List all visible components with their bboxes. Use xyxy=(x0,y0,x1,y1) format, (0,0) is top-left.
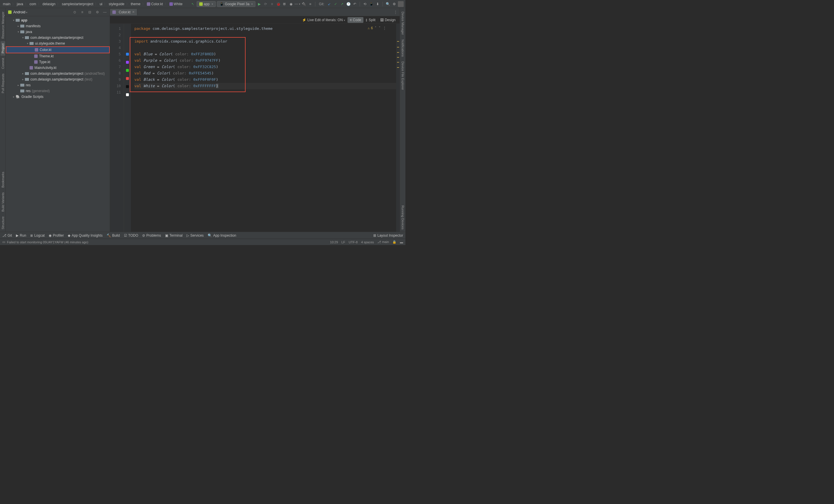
editor-tabs-menu-icon[interactable]: ⋮ xyxy=(392,10,400,14)
tree-pkg-theme[interactable]: ▾ui.styleguide.theme xyxy=(6,41,110,46)
tree-pkg-main[interactable]: ▾com.delasign.samplestarterproject xyxy=(6,35,110,41)
git-commit-icon[interactable]: ✓ xyxy=(333,1,338,7)
color-swatch[interactable] xyxy=(126,69,129,72)
tab-bookmarks[interactable]: Bookmarks xyxy=(1,170,5,190)
color-swatch[interactable] xyxy=(126,93,129,96)
file-encoding[interactable]: UTF-8 xyxy=(349,240,358,244)
collapse-all-icon[interactable]: ⊟ xyxy=(87,9,92,15)
device-dropdown[interactable]: 📱 Google Pixel 3a xyxy=(217,1,256,7)
tree-file-color[interactable]: Color.kt xyxy=(6,46,110,53)
bt-problems[interactable]: ⊘Problems xyxy=(142,234,161,238)
code-line[interactable]: package com.delasign.samplestarterprojec… xyxy=(134,25,396,32)
editor-tab-color[interactable]: Color.kt ✕ xyxy=(110,9,137,15)
attach-debugger-icon[interactable]: 🔌 xyxy=(301,1,306,7)
code-line[interactable] xyxy=(134,45,396,51)
bt-run[interactable]: ▶Run xyxy=(16,234,26,238)
cursor-position[interactable]: 10:29 xyxy=(330,240,338,244)
code-line[interactable]: val Green = Color( color: 0xFF32C825) xyxy=(134,64,396,70)
project-tree[interactable]: ▾app ▸manifests ▾java ▾com.delasign.samp… xyxy=(6,16,110,232)
bt-git[interactable]: ⎇Git xyxy=(2,234,12,238)
bt-quality[interactable]: ◆App Quality Insights xyxy=(68,234,103,238)
tab-build-variants[interactable]: Build Variants xyxy=(1,190,5,214)
bc-file[interactable]: Color.kt xyxy=(146,2,164,6)
tab-resource-manager[interactable]: Resource Manager xyxy=(1,9,5,41)
view-design-button[interactable]: 🖼 Design xyxy=(378,17,398,23)
bc-symbol[interactable]: White xyxy=(168,2,184,6)
bt-build[interactable]: 🔨Build xyxy=(107,234,120,238)
stop-button[interactable]: ■ xyxy=(308,1,313,7)
tab-running-devices[interactable]: Running Devices xyxy=(400,203,405,232)
error-stripe[interactable] xyxy=(396,24,400,232)
bc-java[interactable]: java xyxy=(16,2,24,6)
sync-icon[interactable]: ⟲ xyxy=(362,1,368,7)
inspection-menu-icon[interactable]: ⋮ xyxy=(382,25,387,31)
bt-layout-inspector[interactable]: ⊞Layout Inspector xyxy=(373,234,403,238)
select-opened-icon[interactable]: ⊙ xyxy=(72,9,77,15)
code-line[interactable]: val Purple = Color( color: 0xFF9747FF) xyxy=(134,57,396,64)
bc-main[interactable]: main xyxy=(2,2,12,6)
apply-changes-icon[interactable]: ⟳ xyxy=(263,1,268,7)
apply-code-icon[interactable]: ≡ xyxy=(269,1,275,7)
status-icon[interactable]: ▭ xyxy=(2,240,5,244)
tab-notifications[interactable]: Notifications xyxy=(400,37,405,59)
lock-icon[interactable]: 🔒 xyxy=(392,240,396,244)
tab-structure[interactable]: Structure xyxy=(1,214,5,232)
tree-file-mainactivity[interactable]: MainActivity.kt xyxy=(6,65,110,71)
expand-all-icon[interactable]: ≡ xyxy=(80,9,85,15)
tree-pkg-test[interactable]: ▸com.delasign.samplestarterproject(test) xyxy=(6,76,110,82)
git-branch[interactable]: ⎇ main xyxy=(377,240,389,244)
bt-services[interactable]: ▷Services xyxy=(186,234,203,238)
git-pull-icon[interactable]: ↙ xyxy=(327,1,332,7)
git-rollback-icon[interactable]: ↶ xyxy=(352,1,357,7)
code-line[interactable]: import androidx.compose.ui.graphics.Colo… xyxy=(134,38,396,45)
color-swatch[interactable] xyxy=(126,53,129,56)
memory-icon[interactable]: ▬ xyxy=(400,240,403,244)
tab-commit[interactable]: Commit xyxy=(1,56,5,71)
gutter-swatches[interactable] xyxy=(124,24,131,232)
code-line[interactable] xyxy=(134,32,396,38)
tab-device-manager[interactable]: Device Manager xyxy=(400,9,405,37)
line-separator[interactable]: LF xyxy=(342,240,345,244)
tree-java[interactable]: ▾java xyxy=(6,29,110,35)
line-gutter[interactable]: 1234567891011 xyxy=(110,24,124,232)
bc-com[interactable]: com xyxy=(28,2,37,6)
git-history-icon[interactable]: 🕐 xyxy=(346,1,351,7)
bc-delasign[interactable]: delasign xyxy=(41,2,57,6)
coverage-icon[interactable]: ⛨ xyxy=(282,1,287,7)
status-message[interactable]: Failed to start monitoring 05UAY1YAFW (4… xyxy=(7,240,88,244)
bc-theme[interactable]: theme xyxy=(130,2,141,6)
bc-styleguide[interactable]: styleguide xyxy=(107,2,125,6)
close-tab-icon[interactable]: ✕ xyxy=(132,10,135,14)
debug-button[interactable]: 🐞 xyxy=(276,1,281,7)
run-config-dropdown[interactable]: app xyxy=(197,1,216,7)
user-avatar[interactable] xyxy=(398,1,404,7)
panel-settings-icon[interactable]: ⚙ xyxy=(95,9,100,15)
editor-body[interactable]: 1234567891011 ⚠ 6 ˄ ˅ ⋮ package com.dela… xyxy=(110,24,400,232)
code-line[interactable] xyxy=(134,89,396,95)
bt-terminal[interactable]: ▣Terminal xyxy=(165,234,182,238)
tab-pull-requests[interactable]: Pull Requests xyxy=(1,71,5,95)
tree-manifests[interactable]: ▸manifests xyxy=(6,23,110,29)
indent-setting[interactable]: 4 spaces xyxy=(361,240,374,244)
bc-project[interactable]: samplestarterproject xyxy=(61,2,94,6)
next-highlight-icon[interactable]: ˅ xyxy=(378,25,381,31)
tree-app[interactable]: ▾app xyxy=(6,17,110,23)
bt-profiler[interactable]: ◉Profiler xyxy=(49,234,64,238)
view-code-button[interactable]: ≡ Code xyxy=(348,17,364,23)
code-area[interactable]: ⚠ 6 ˄ ˅ ⋮ package com.delasign.samplesta… xyxy=(131,24,396,232)
tab-device-file-explorer[interactable]: Device File Explorer xyxy=(400,59,405,92)
tree-file-type[interactable]: Type.kt xyxy=(6,59,110,65)
settings-icon[interactable]: ⚙ xyxy=(392,1,397,7)
search-icon[interactable]: 🔍 xyxy=(385,1,390,7)
bt-todo[interactable]: ☑TODO xyxy=(124,234,138,238)
more-run-icon[interactable]: ⋯ xyxy=(295,1,300,7)
code-line[interactable]: val White = Color( color: 0xFFFFFFFF) xyxy=(134,83,396,89)
color-swatch[interactable] xyxy=(126,77,129,80)
code-line[interactable]: val Blue = Color( color: 0xFF2F80ED) xyxy=(134,51,396,57)
color-swatch[interactable] xyxy=(126,85,129,88)
code-line[interactable]: val Black = Color( color: 0xFF0F0F0F) xyxy=(134,76,396,83)
tree-pkg-androidtest[interactable]: ▸com.delasign.samplestarterproject(andro… xyxy=(6,71,110,76)
tree-gradle[interactable]: ▸🐘Gradle Scripts xyxy=(6,94,110,100)
live-edit-toggle[interactable]: ⚡ Live Edit of literals: ON xyxy=(302,18,345,22)
code-line[interactable]: val Red = Color( color: 0xFFE54545) xyxy=(134,70,396,76)
